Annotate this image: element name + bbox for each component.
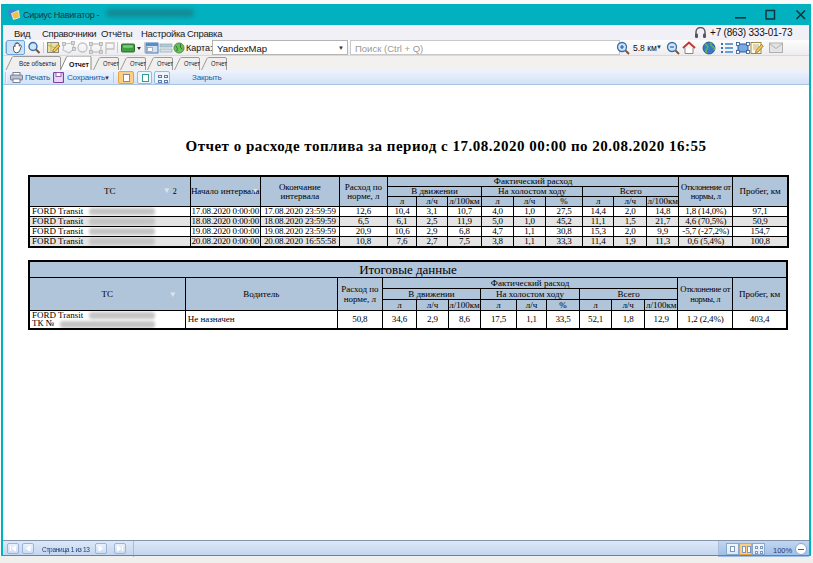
svg-text:Отчет: Отчет (157, 59, 173, 68)
svg-text:Отчет: Отчет (69, 60, 89, 69)
svg-text:Отчет: Отчет (103, 59, 119, 68)
svg-text:Все объекты: Все объекты (19, 59, 56, 68)
svg-text:Отчет: Отчет (184, 59, 200, 68)
svg-text:Отчет: Отчет (130, 59, 146, 68)
svg-text:Отчет: Отчет (211, 59, 227, 68)
